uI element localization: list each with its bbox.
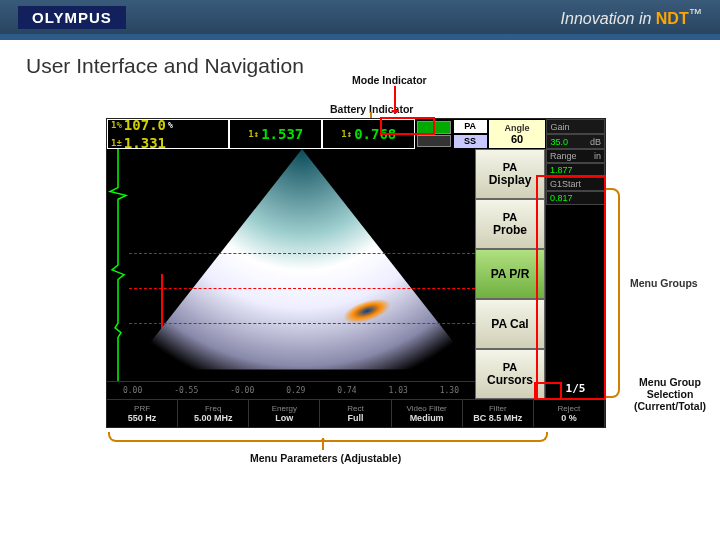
menu-btn-main: Cursors: [487, 373, 533, 387]
axis-tick: 0.00: [123, 386, 142, 395]
param-value: Low: [275, 413, 293, 423]
param-label: Video Filter: [406, 404, 446, 413]
param-value: Medium: [410, 413, 444, 423]
menu-btn-small: PA: [503, 361, 517, 373]
arrow-mode: [394, 86, 396, 114]
battery-cell: [417, 135, 450, 148]
param-energy[interactable]: EnergyLow: [249, 400, 320, 427]
current-param-value: 60: [511, 133, 523, 145]
gain-label: Gain: [550, 122, 569, 132]
annot-menu-params: Menu Parameters (Adjustable): [250, 452, 401, 464]
mid-row: 0.00 -0.55 -0.00 0.29 0.74 1.03 1.30 PAD…: [107, 149, 605, 399]
brand-header: OLYMPUS Innovation in NDT™: [0, 0, 720, 34]
overlay-lines: [129, 149, 475, 381]
annot-menu-groups: Menu Groups: [630, 277, 698, 289]
brand-logo: OLYMPUS: [18, 6, 126, 29]
menu-btn-small: PA: [503, 161, 517, 173]
meas-c-icon: 1↕: [341, 129, 352, 139]
current-param-label: Angle: [505, 123, 530, 133]
gain-unit: dB: [590, 137, 601, 147]
axis-tick: 0.74: [337, 386, 356, 395]
menu-groups: PADisplay PAProbe PA P/R PA Cal PACursor…: [475, 149, 545, 399]
menu-btn-small: PA: [503, 211, 517, 223]
mode-pa[interactable]: PA: [453, 119, 488, 134]
axis-tick: -0.55: [174, 386, 198, 395]
scan-axis: 0.00 -0.55 -0.00 0.29 0.74 1.03 1.30: [107, 381, 475, 399]
param-unit: Hz: [145, 413, 156, 423]
param-value: Full: [347, 413, 363, 423]
annot-menu-group-sel: Menu Group Selection (Current/Total): [630, 376, 710, 412]
measurement-box-1: 1%107.0% 1±1.331: [107, 119, 229, 149]
top-readout-row: 1%107.0% 1±1.331 1↕1.537 1↕0.768 PA SS A…: [107, 119, 605, 149]
menu-btn-display[interactable]: PADisplay: [475, 149, 545, 199]
param-rect[interactable]: RectFull: [320, 400, 391, 427]
highlight-menu-groups: [536, 175, 606, 400]
current-param-box[interactable]: Angle 60: [488, 119, 547, 149]
bracket-params: [108, 432, 548, 442]
param-prf[interactable]: PRF550 Hz: [107, 400, 178, 427]
param-value: 0: [561, 413, 566, 423]
axis-tick: 1.30: [440, 386, 459, 395]
bottom-params: PRF550 Hz Freq5.00 MHz EnergyLow RectFul…: [107, 399, 605, 427]
menu-btn-main: PA P/R: [491, 267, 530, 281]
param-freq[interactable]: Freq5.00 MHz: [178, 400, 249, 427]
tagline-ndt: NDT: [656, 10, 689, 27]
param-filter[interactable]: FilterBC 8.5 MHz: [463, 400, 534, 427]
meas-a2-icon: 1±: [111, 138, 122, 148]
param-label: Reject: [558, 404, 581, 413]
annot-mode: Mode Indicator: [352, 74, 427, 86]
axis-tick: 0.29: [286, 386, 305, 395]
param-videofilter[interactable]: Video FilterMedium: [392, 400, 463, 427]
mode-indicator[interactable]: PA SS: [453, 119, 488, 149]
gain-value: 35.0: [550, 137, 568, 147]
meas-b-icon: 1↕: [248, 129, 259, 139]
tagline-pre: Innovation in: [561, 10, 656, 27]
menu-btn-probe[interactable]: PAProbe: [475, 199, 545, 249]
param-unit: MHz: [504, 413, 523, 423]
highlight-mode: [380, 117, 435, 135]
ascan-strip: [107, 149, 129, 381]
meas-a1-value: 107.0: [124, 117, 166, 133]
device-screen: 1%107.0% 1±1.331 1↕1.537 1↕0.768 PA SS A…: [106, 118, 606, 428]
param-unit: %: [569, 413, 577, 423]
highlight-page: [534, 382, 562, 400]
menu-btn-main: Probe: [493, 223, 527, 237]
range-label: Range: [550, 151, 577, 161]
param-reject[interactable]: Reject0 %: [534, 400, 605, 427]
meas-a1-unit: %: [168, 121, 173, 130]
param-value: BC 8.5: [473, 413, 501, 423]
param-label: Energy: [272, 404, 297, 413]
meas-b-value: 1.537: [261, 126, 303, 142]
param-label: Freq: [205, 404, 221, 413]
menu-btn-cal[interactable]: PA Cal: [475, 299, 545, 349]
range-unit: in: [594, 151, 601, 161]
param-label: PRF: [134, 404, 150, 413]
axis-tick: 1.03: [389, 386, 408, 395]
menu-btn-main: Display: [489, 173, 532, 187]
param-value: 550: [128, 413, 143, 423]
scan-display[interactable]: 0.00 -0.55 -0.00 0.29 0.74 1.03 1.30: [107, 149, 475, 399]
param-label: Rect: [347, 404, 363, 413]
bracket-menu-groups: [606, 188, 620, 398]
measurement-box-2: 1↕1.537: [229, 119, 322, 149]
mode-ss[interactable]: SS: [453, 134, 488, 149]
gain-box[interactable]: Gain 35.0dB: [546, 119, 605, 149]
axis-tick: -0.00: [230, 386, 254, 395]
meas-a1-icon: 1%: [111, 120, 122, 130]
param-value: 5.00: [194, 413, 212, 423]
range-value: 1.877: [550, 165, 573, 175]
range-box[interactable]: Rangein: [546, 149, 605, 163]
brand-tagline: Innovation in NDT™: [561, 6, 702, 28]
menu-btn-main: PA Cal: [491, 317, 528, 331]
param-unit: MHz: [214, 413, 233, 423]
param-label: Filter: [489, 404, 507, 413]
menu-btn-pr[interactable]: PA P/R: [475, 249, 545, 299]
